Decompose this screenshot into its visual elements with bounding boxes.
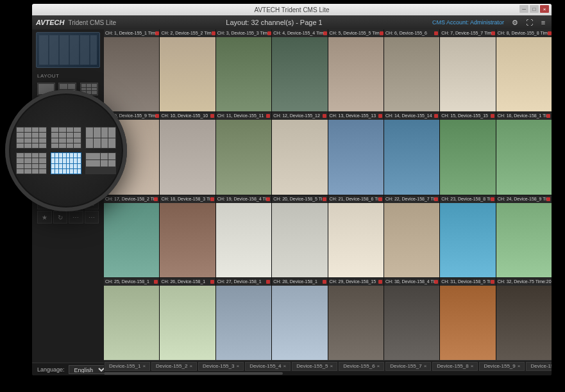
device-tab[interactable]: Device-155_2×	[151, 362, 197, 371]
close-tab-icon[interactable]: ×	[424, 363, 427, 369]
preview-thumbnail[interactable]	[36, 32, 100, 68]
close-tab-icon[interactable]: ×	[236, 363, 239, 369]
close-tab-icon[interactable]: ×	[471, 363, 474, 369]
channel-label: CH: 30, Device-158_4 Ti	[385, 278, 434, 286]
channel-header: CH: 4, Device-155_4 Tim	[272, 29, 327, 37]
video-feed	[440, 120, 495, 194]
video-cell[interactable]: CH: 2, Device-155_2 Tim	[160, 29, 215, 111]
app-toolbar: AVTECH Trident CMS Lite Layout: 32 chann…	[32, 15, 552, 29]
video-cell[interactable]: CH: 8, Device-155_8 Tim	[496, 29, 552, 111]
device-tab[interactable]: Device-155_1×	[105, 362, 150, 371]
video-cell[interactable]: CH: 6, Device-155_6	[384, 29, 439, 111]
record-indicator-icon	[491, 31, 495, 35]
record-indicator-icon	[210, 280, 214, 284]
channel-label: CH: 24, Device-158_9 Ti	[498, 195, 546, 203]
device-tab[interactable]: Device-155_10×	[526, 362, 552, 371]
close-tab-icon[interactable]: ×	[377, 363, 380, 369]
device-tab[interactable]: Device-155_8×	[432, 362, 478, 371]
account-link[interactable]: CMS Account: Administrator	[432, 19, 504, 26]
video-cell[interactable]: CH: 22, Device-158_7 Ti	[384, 195, 439, 277]
video-cell[interactable]: CH: 1, Device-155_1 Tim	[104, 29, 159, 111]
record-indicator-icon	[434, 114, 438, 118]
channel-header: CH: 16, Device-158_1 Ti	[496, 112, 552, 120]
record-indicator-icon	[155, 31, 159, 35]
video-feed	[272, 203, 327, 277]
video-cell[interactable]: CH: 23, Device-158_8 Ti	[440, 195, 495, 277]
video-feed	[160, 286, 215, 360]
video-cell[interactable]: CH: 5, Device-155_5 Tim	[328, 29, 384, 111]
close-window-button[interactable]: ×	[540, 5, 549, 13]
channel-header: CH: 13, Device-155_13	[328, 112, 384, 120]
video-feed	[384, 120, 439, 194]
channel-header: CH: 22, Device-158_7 Ti	[384, 195, 439, 203]
video-cell[interactable]: CH: 29, Device-158_15	[328, 278, 384, 360]
extra-button-1[interactable]: ⋯	[69, 211, 83, 224]
close-tab-icon[interactable]: ×	[142, 363, 146, 369]
preset-button[interactable]: ★	[37, 211, 52, 224]
video-cell[interactable]: CH: 18, Device-158_3 Ti	[160, 195, 215, 277]
mag-layout-25[interactable]	[51, 127, 81, 149]
channel-header: CH: 18, Device-158_3 Ti	[160, 195, 215, 203]
video-cell[interactable]: CH: 7, Device-155_7 Tim	[440, 29, 495, 111]
video-cell[interactable]: CH: 14, Device-155_14	[384, 112, 439, 194]
device-tab-bar: Device-155_1×Device-155_2×Device-155_3×D…	[104, 360, 552, 372]
fullscreen-icon[interactable]: ⛶	[525, 18, 534, 27]
video-cell[interactable]: CH: 11, Device-155_11	[216, 112, 271, 194]
language-select[interactable]: English	[69, 365, 107, 374]
video-cell[interactable]: CH: 20, Device-158_5 Ti	[272, 195, 327, 277]
close-tab-icon[interactable]: ×	[189, 363, 192, 369]
mag-layout-32-selected[interactable]	[51, 152, 81, 174]
video-cell[interactable]: CH: 15, Device-155_15	[440, 112, 495, 194]
record-indicator-icon	[210, 114, 214, 118]
video-feed	[104, 203, 159, 277]
video-cell[interactable]: CH: 28, Device-158_1	[272, 278, 327, 360]
video-cell[interactable]: CH: 12, Device-155_12	[272, 112, 327, 194]
video-cell[interactable]: CH: 13, Device-155_13	[328, 112, 384, 194]
mag-layout-16[interactable]	[16, 127, 47, 149]
channel-header: CH: 19, Device-158_4 Ti	[216, 195, 271, 203]
settings-icon[interactable]: ⚙	[510, 18, 519, 27]
close-tab-icon[interactable]: ×	[330, 363, 333, 369]
channel-label: CH: 11, Device-155_11	[217, 112, 264, 120]
video-cell[interactable]: CH: 32, Device-75 Time:20	[496, 278, 552, 360]
minimize-button[interactable]: ─	[519, 5, 528, 13]
video-cell[interactable]: CH: 26, Device-158_1	[160, 278, 215, 360]
horizontal-scrollbar[interactable]	[104, 372, 552, 375]
menu-icon[interactable]: ≡	[539, 18, 548, 27]
video-cell[interactable]: CH: 27, Device-158_1	[216, 278, 271, 360]
device-tab[interactable]: Device-155_6×	[339, 362, 384, 371]
video-feed	[216, 203, 271, 277]
mag-layout-custom[interactable]	[85, 152, 116, 174]
device-tab[interactable]: Device-155_5×	[292, 362, 337, 371]
record-indicator-icon	[210, 197, 214, 201]
video-cell[interactable]: CH: 24, Device-158_9 Ti	[496, 195, 552, 277]
device-tab[interactable]: Device-155_9×	[479, 362, 525, 371]
maximize-button[interactable]: □	[530, 5, 539, 13]
video-cell[interactable]: CH: 10, Device-155_10	[160, 112, 215, 194]
video-cell[interactable]: CH: 4, Device-155_4 Tim	[272, 29, 327, 111]
video-cell[interactable]: CH: 17, Device-158_2 Ti	[104, 195, 159, 277]
mag-layout-36[interactable]	[16, 152, 47, 174]
video-feed	[216, 286, 271, 360]
video-cell[interactable]: CH: 3, Device-155_3 Tim	[216, 29, 271, 111]
video-cell[interactable]: CH: 19, Device-158_4 Ti	[216, 195, 271, 277]
channel-header: CH: 10, Device-155_10	[160, 112, 215, 120]
video-cell[interactable]: CH: 30, Device-158_4 Ti	[384, 278, 439, 360]
video-cell[interactable]: CH: 31, Device-158_5 Ti	[440, 278, 495, 360]
video-cell[interactable]: CH: 16, Device-158_1 Ti	[496, 112, 552, 194]
device-tab[interactable]: Device-155_4×	[245, 362, 291, 371]
close-tab-icon[interactable]: ×	[518, 363, 521, 369]
video-feed	[328, 203, 384, 277]
device-tab[interactable]: Device-155_3×	[198, 362, 244, 371]
device-tab[interactable]: Device-155_7×	[385, 362, 431, 371]
extra-button-2[interactable]: ⋯	[85, 211, 99, 224]
mag-layout-8[interactable]	[85, 127, 116, 149]
channel-label: CH: 10, Device-155_10	[161, 112, 208, 120]
close-tab-icon[interactable]: ×	[283, 363, 287, 369]
scrollbar-thumb[interactable]	[104, 372, 283, 375]
video-cell[interactable]: CH: 21, Device-158_6 Ti	[328, 195, 384, 277]
video-cell[interactable]: CH: 25, Device-158_1	[104, 278, 159, 360]
channel-header: CH: 31, Device-158_5 Ti	[440, 278, 495, 286]
tour-button[interactable]: ↻	[53, 211, 68, 224]
main-area: CH: 1, Device-155_1 TimCH: 2, Device-155…	[104, 29, 552, 375]
